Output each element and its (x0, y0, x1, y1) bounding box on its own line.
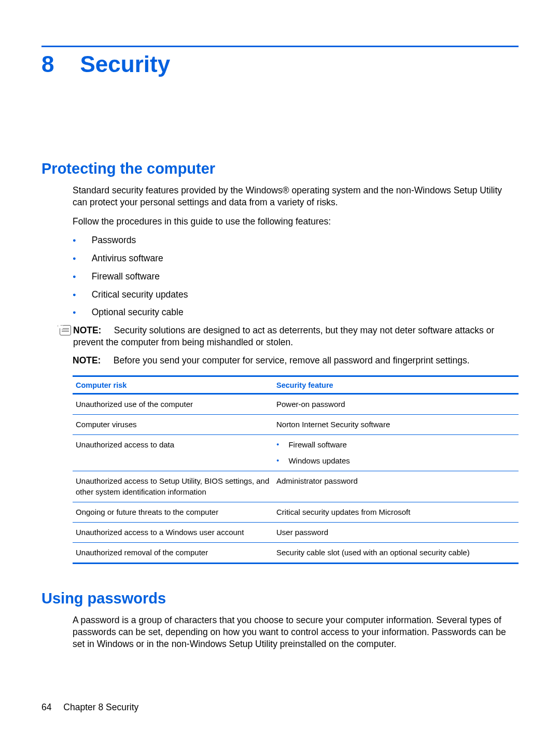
table-row: Unauthorized access to a Windows user ac… (73, 523, 519, 543)
feature-item: ●Firewall software (73, 271, 519, 283)
cell-feature-item: Firewall software (288, 439, 347, 450)
bullet-icon: ● (73, 271, 76, 282)
bullet-icon: ● (276, 455, 279, 466)
passwords-para-1: A password is a group of characters that… (73, 614, 519, 650)
feature-label: Antivirus software (92, 252, 163, 264)
cell-feature-list: ●Firewall software ●Windows updates (276, 439, 515, 466)
feature-item: ●Passwords (73, 234, 519, 246)
note-label: NOTE: (73, 355, 101, 366)
cell-feature: ●Firewall software ●Windows updates (273, 435, 519, 471)
table-row: Unauthorized access to data ●Firewall so… (73, 435, 519, 471)
note-text: Before you send your computer for servic… (114, 355, 470, 366)
cell-risk: Computer viruses (73, 415, 273, 435)
cell-risk: Unauthorized removal of the computer (73, 543, 273, 564)
chapter-number: 8 (41, 51, 54, 77)
chapter-heading: 8 Security (41, 51, 519, 77)
cell-risk: Unauthorized use of the computer (73, 394, 273, 415)
feature-label: Passwords (92, 234, 136, 246)
cell-feature: Norton Internet Security software (273, 415, 519, 435)
cell-feature: User password (273, 523, 519, 543)
bullet-icon: ● (73, 306, 76, 318)
section-passwords-title: Using passwords (41, 590, 519, 607)
chapter-title: Security (80, 51, 170, 77)
feature-item: ●Antivirus software (73, 252, 519, 264)
note-label: NOTE: (73, 325, 101, 335)
cell-risk: Unauthorized access to Setup Utility, BI… (73, 471, 273, 502)
section-protecting-title: Protecting the computer (41, 160, 519, 177)
table-row: Unauthorized use of the computer Power-o… (73, 394, 519, 415)
bullet-icon: ● (73, 234, 76, 246)
feature-label: Firewall software (92, 271, 160, 283)
bullet-icon: ● (73, 289, 76, 300)
table-row: Unauthorized removal of the computer Sec… (73, 543, 519, 564)
cell-feature: Security cable slot (used with an option… (273, 543, 519, 564)
table-row: Ongoing or future threats to the compute… (73, 502, 519, 523)
cell-risk: Unauthorized access to data (73, 435, 273, 471)
chapter-top-rule (41, 46, 519, 47)
note-text: Security solutions are designed to act a… (73, 325, 494, 347)
bullet-icon: ● (73, 252, 76, 264)
table-header-row: Computer risk Security feature (73, 376, 519, 394)
bullet-icon: ● (276, 439, 279, 449)
page-number: 64 (41, 702, 51, 712)
feature-list: ●Passwords ●Antivirus software ●Firewall… (73, 234, 519, 318)
note-block-1: NOTE: Security solutions are designed to… (60, 325, 519, 348)
protecting-para-1: Standard security features provided by t… (73, 185, 519, 208)
cell-feature-item: Windows updates (288, 455, 349, 466)
cell-risk: Unauthorized access to a Windows user ac… (73, 523, 273, 543)
chapter-reference: Chapter 8 Security (63, 702, 138, 712)
feature-label: Critical security updates (92, 289, 188, 301)
table-row: Unauthorized access to Setup Utility, BI… (73, 471, 519, 502)
page-footer: 64 Chapter 8 Security (41, 702, 138, 713)
feature-item: ●Optional security cable (73, 306, 519, 318)
cell-feature: Critical security updates from Microsoft (273, 502, 519, 523)
cell-feature: Administrator password (273, 471, 519, 502)
note-icon (60, 325, 71, 335)
note-block-2: NOTE: Before you send your computer for … (73, 355, 519, 367)
cell-feature: Power-on password (273, 394, 519, 415)
cell-risk: Ongoing or future threats to the compute… (73, 502, 273, 523)
security-table: Computer risk Security feature Unauthori… (73, 375, 519, 564)
feature-item: ●Critical security updates (73, 289, 519, 301)
feature-label: Optional security cable (92, 306, 184, 318)
col-header-risk: Computer risk (73, 376, 273, 394)
col-header-feature: Security feature (273, 376, 519, 394)
table-row: Computer viruses Norton Internet Securit… (73, 415, 519, 435)
protecting-para-2: Follow the procedures in this guide to u… (73, 216, 519, 228)
